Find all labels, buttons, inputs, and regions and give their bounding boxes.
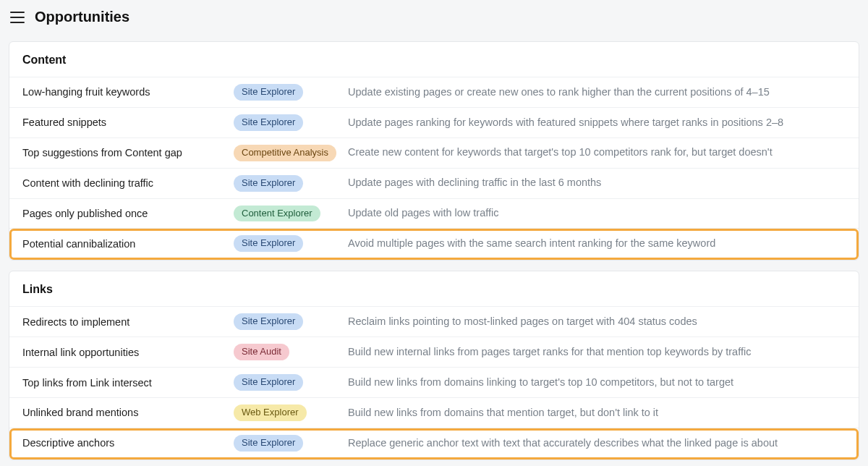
opportunity-name: Featured snippets [22,116,234,128]
opportunity-row-top-suggestions-from-content-gap[interactable]: Top suggestions from Content gapCompetit… [9,137,859,168]
badge-site-explorer: Site Explorer [234,435,303,452]
badge-site-explorer: Site Explorer [234,175,303,192]
badge-site-explorer: Site Explorer [234,313,303,330]
section-links: LinksRedirects to implementSite Explorer… [9,271,859,459]
badge-content-explorer: Content Explorer [234,206,320,222]
opportunity-badge-cell: Site Explorer [234,235,348,252]
opportunity-name: Top links from Link intersect [22,377,234,389]
section-content: ContentLow-hanging fruit keywordsSite Ex… [9,41,859,260]
section-heading: Links [9,271,859,306]
badge-site-explorer: Site Explorer [234,374,303,391]
badge-site-explorer: Site Explorer [234,235,303,252]
badge-site-explorer: Site Explorer [234,114,303,131]
opportunity-description: Reclaim links pointing to most-linked pa… [348,315,846,329]
opportunity-description: Build new internal links from pages targ… [348,345,846,360]
badge-site-explorer: Site Explorer [234,84,303,101]
opportunity-name: Low-hanging fruit keywords [22,86,234,98]
opportunity-name: Top suggestions from Content gap [22,147,234,158]
page-header: Opportunities [0,0,868,35]
opportunity-description: Replace generic anchor text with text th… [348,436,846,451]
section-heading: Content [9,42,859,77]
opportunity-row-unlinked-brand-mentions[interactable]: Unlinked brand mentionsWeb ExplorerBuild… [9,397,859,428]
opportunity-description: Update pages ranking for keywords with f… [348,116,846,130]
badge-competitive-analysis: Competitive Analysis [234,145,336,161]
opportunity-badge-cell: Site Explorer [234,313,348,330]
opportunity-description: Avoid multiple pages with the same searc… [348,237,846,251]
opportunity-row-content-with-declining-traffic[interactable]: Content with declining trafficSite Explo… [9,168,859,198]
opportunity-badge-cell: Content Explorer [234,206,348,222]
menu-icon[interactable] [10,12,25,23]
opportunity-badge-cell: Site Audit [234,344,348,360]
opportunity-name: Internal link opportunities [22,347,234,358]
opportunity-description: Update old pages with low traffic [348,206,846,221]
opportunity-name: Pages only published once [22,208,234,219]
opportunity-row-top-links-from-link-intersect[interactable]: Top links from Link intersectSite Explor… [9,367,859,397]
opportunity-name: Descriptive anchors [22,437,234,449]
badge-site-audit: Site Audit [234,344,289,360]
opportunity-row-pages-only-published-once[interactable]: Pages only published onceContent Explore… [9,198,859,229]
opportunity-description: Create new content for keywords that tar… [348,145,846,160]
opportunity-name: Redirects to implement [22,316,234,328]
opportunity-description: Update pages with declining traffic in t… [348,176,846,190]
opportunity-badge-cell: Competitive Analysis [234,145,348,161]
opportunity-name: Content with declining traffic [22,177,234,189]
opportunity-row-internal-link-opportunities[interactable]: Internal link opportunitiesSite AuditBui… [9,336,859,367]
opportunity-description: Build new links from domains linking to … [348,376,846,390]
opportunity-row-featured-snippets[interactable]: Featured snippetsSite ExplorerUpdate pag… [9,107,859,137]
opportunity-badge-cell: Site Explorer [234,435,348,452]
opportunity-badge-cell: Site Explorer [234,84,348,101]
opportunity-badge-cell: Web Explorer [234,404,348,421]
opportunity-badge-cell: Site Explorer [234,175,348,192]
opportunity-row-descriptive-anchors[interactable]: Descriptive anchorsSite ExplorerReplace … [9,428,859,459]
opportunity-badge-cell: Site Explorer [234,374,348,391]
opportunity-name: Unlinked brand mentions [22,407,234,418]
opportunity-row-low-hanging-fruit-keywords[interactable]: Low-hanging fruit keywordsSite ExplorerU… [9,77,859,107]
badge-web-explorer: Web Explorer [234,404,307,421]
opportunity-row-redirects-to-implement[interactable]: Redirects to implementSite ExplorerRecla… [9,306,859,336]
opportunity-badge-cell: Site Explorer [234,114,348,131]
opportunity-row-potential-cannibalization[interactable]: Potential cannibalizationSite ExplorerAv… [9,228,859,260]
opportunity-description: Update existing pages or create new ones… [348,85,846,100]
opportunity-name: Potential cannibalization [22,238,234,250]
opportunity-description: Build new links from domains that mentio… [348,406,846,420]
page-title: Opportunities [35,9,129,25]
